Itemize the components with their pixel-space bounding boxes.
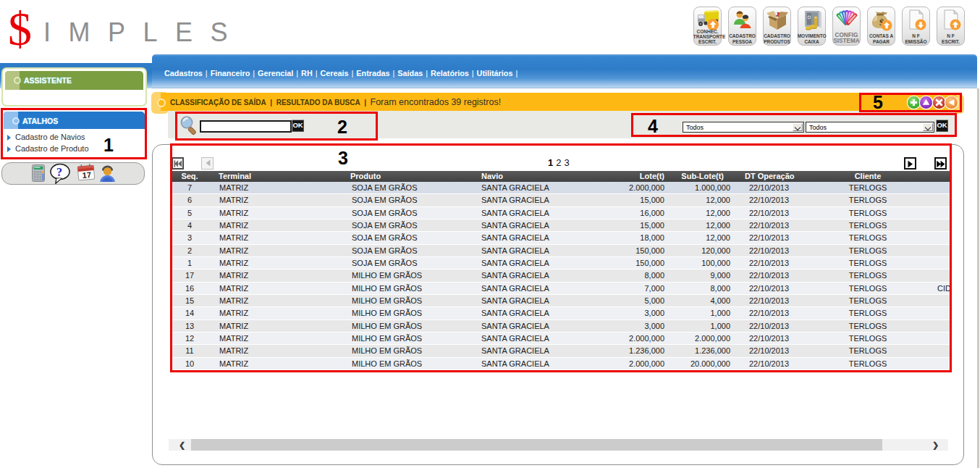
svg-text:17: 17: [82, 170, 91, 180]
svg-text:?: ?: [56, 166, 62, 178]
